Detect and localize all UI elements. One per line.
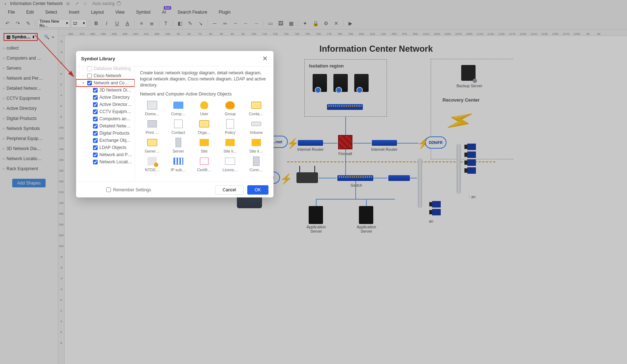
symbol-label: Orga…: [198, 130, 210, 135]
tree-label: 3D Network Dia…: [99, 88, 132, 93]
ip-icon: [173, 158, 183, 165]
symbol-site[interactable]: Site li…: [244, 137, 268, 153]
tree-label: Active Directory: [99, 95, 132, 100]
computer-icon: [173, 102, 183, 109]
user-icon: [200, 101, 208, 109]
tree-checkbox[interactable]: [93, 102, 98, 107]
tree-label: Detailed Netwo…: [99, 123, 132, 129]
volume-icon: [251, 122, 261, 126]
site-icon: [225, 139, 235, 146]
symbol-group[interactable]: Group: [218, 100, 242, 116]
library-preview: Create basic network topology diagram, d…: [135, 66, 273, 182]
symbol-ntds[interactable]: NTDS…: [140, 156, 164, 172]
server2-icon: [176, 138, 181, 147]
dialog-footer: Remember Settings Cancel OK: [76, 182, 273, 197]
tree-row[interactable]: Detailed Netwo…: [76, 122, 135, 130]
symbol-library-dialog: Symbol Library ✕ ›Database Modeling ›Cis…: [76, 51, 273, 197]
symbol-ip[interactable]: IP sub…: [166, 156, 190, 172]
tree-row[interactable]: Digital Products: [76, 130, 135, 137]
dialog-title: Symbol Library: [81, 56, 115, 61]
symbol-site[interactable]: Site li…: [218, 137, 242, 153]
symbol-label: Print …: [146, 130, 159, 135]
symbol-label: Certifi…: [197, 168, 211, 172]
symbol-label: Licens…: [223, 168, 238, 172]
tree-row[interactable]: Active Directory: [76, 94, 135, 101]
symbol-conn[interactable]: Conn…: [244, 156, 268, 172]
symbol-computer[interactable]: Comp…: [166, 100, 190, 116]
ok-button[interactable]: OK: [247, 185, 268, 195]
close-icon[interactable]: ✕: [261, 55, 268, 62]
tree-row-truncated[interactable]: ›Database Modeling: [76, 66, 135, 72]
conn-icon: [253, 157, 259, 166]
tree-label: Digital Products: [99, 131, 132, 136]
tree-checkbox[interactable]: [93, 95, 98, 100]
symbol-label: Site li…: [249, 149, 263, 153]
tree-checkbox[interactable]: [93, 117, 98, 121]
library-description: Create basic network topology diagram, d…: [140, 70, 268, 88]
expand-icon[interactable]: ▾: [83, 81, 85, 85]
symbol-cert[interactable]: Certifi…: [192, 156, 216, 172]
tree-checkbox[interactable]: [87, 74, 92, 78]
symbol-contact[interactable]: Contact: [166, 119, 190, 135]
symbol-policy[interactable]: Policy: [218, 119, 242, 135]
tree-checkbox[interactable]: [93, 145, 98, 150]
symbol-label: Site li…: [223, 149, 237, 153]
tree-checkbox[interactable]: [93, 160, 98, 164]
printer-icon: [148, 120, 157, 127]
expand-icon[interactable]: ›: [83, 74, 85, 78]
tree-row[interactable]: LDAP Objects: [76, 144, 135, 151]
symbol-label: Server: [172, 149, 184, 153]
tree-checkbox[interactable]: [87, 81, 92, 85]
remember-checkbox-input[interactable]: [106, 187, 111, 192]
group-icon: [225, 101, 235, 109]
tree-row[interactable]: Active Directory…: [76, 101, 135, 108]
tree-row[interactable]: Exchange Objects: [76, 137, 135, 144]
tree-checkbox[interactable]: [93, 109, 98, 114]
tree-checkbox[interactable]: [93, 88, 98, 93]
symbol-server2[interactable]: Server: [166, 137, 190, 153]
tree-row[interactable]: ›Cisco Network: [76, 72, 135, 79]
tree-label: Computers and …: [99, 116, 132, 121]
tree-row[interactable]: Computers and …: [76, 115, 135, 122]
cert-icon: [200, 158, 209, 165]
symbol-folder[interactable]: Conta…: [244, 100, 268, 116]
tree-checkbox[interactable]: [93, 138, 98, 143]
symbol-lic[interactable]: Licens…: [218, 156, 242, 172]
cancel-button[interactable]: Cancel: [215, 185, 243, 195]
symbol-label: Site: [201, 149, 208, 153]
symbol-volume[interactable]: Volume: [244, 119, 268, 135]
folder-icon: [251, 102, 261, 109]
folder-icon: [199, 120, 209, 127]
tree-row[interactable]: CCTV Equipment: [76, 108, 135, 115]
ntds-icon: [148, 157, 157, 165]
tree-row[interactable]: ▾Network and Compu…: [76, 79, 135, 87]
symbol-label: Contact: [172, 130, 185, 135]
tree-label: Network and Pe…: [99, 152, 132, 157]
tree-row[interactable]: Network and Pe…: [76, 151, 135, 158]
symbol-label: IP sub…: [171, 168, 186, 172]
tree-checkbox[interactable]: [93, 153, 98, 157]
symbol-label: Conn…: [249, 168, 263, 172]
tree-label: LDAP Objects: [99, 145, 132, 150]
tree-row[interactable]: 3D Network Dia…: [76, 87, 135, 94]
symbol-label: Policy: [225, 130, 235, 135]
symbol-printer[interactable]: Print …: [140, 119, 164, 135]
domain-icon: [147, 101, 157, 109]
tree-checkbox[interactable]: [93, 131, 98, 136]
symbol-domain[interactable]: Doma…: [140, 100, 164, 116]
tree-label: Exchange Objects: [99, 138, 132, 143]
symbol-label: Doma…: [145, 112, 159, 116]
remember-settings-checkbox[interactable]: Remember Settings: [106, 187, 151, 192]
library-tree[interactable]: ›Database Modeling ›Cisco Network▾Networ…: [76, 66, 135, 182]
tree-checkbox[interactable]: [93, 124, 98, 129]
tree-label: CCTV Equipment: [99, 109, 132, 114]
tree-label: Active Directory…: [99, 102, 132, 107]
symbol-site[interactable]: Site: [192, 137, 216, 153]
symbol-user[interactable]: User: [192, 100, 216, 116]
symbol-folder[interactable]: Orga…: [192, 119, 216, 135]
symbol-label: NTDS…: [145, 168, 160, 172]
tree-label: Network and Compu…: [94, 80, 132, 85]
lic-icon: [225, 158, 235, 165]
tree-row[interactable]: Network Locati…: [76, 158, 135, 165]
symbol-folder[interactable]: Gener…: [140, 137, 164, 153]
